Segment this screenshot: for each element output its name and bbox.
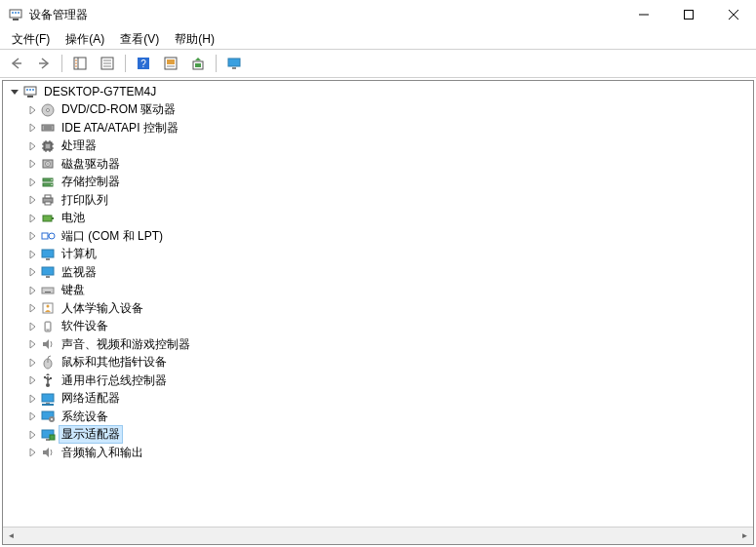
expander-icon[interactable] (24, 319, 40, 334)
forward-button[interactable] (31, 52, 57, 75)
tree-item[interactable]: 网络适配器 (3, 390, 753, 409)
svg-rect-86 (42, 394, 54, 402)
svg-point-4 (18, 12, 20, 14)
svg-point-55 (51, 184, 52, 185)
update-driver-button[interactable] (185, 52, 211, 75)
tree-item[interactable]: 音频输入和输出 (3, 444, 753, 462)
tree-item-label: 系统设备 (60, 409, 110, 425)
tree-item[interactable]: 软件设备 (3, 318, 753, 336)
menu-view[interactable]: 查看(V) (112, 29, 167, 50)
menu-action[interactable]: 操作(A) (58, 29, 112, 50)
expander-icon[interactable] (24, 445, 40, 460)
svg-rect-66 (42, 267, 54, 275)
expander-icon[interactable] (24, 427, 40, 443)
tree-item[interactable]: 电池 (3, 210, 753, 228)
expander-icon[interactable] (24, 283, 40, 298)
svg-point-35 (47, 108, 50, 111)
tree-item[interactable]: IDE ATA/ATAPI 控制器 (3, 119, 753, 137)
scroll-left-arrow[interactable]: ◄ (3, 527, 20, 544)
close-button[interactable] (711, 0, 756, 29)
tree-item-label: 处理器 (60, 137, 99, 154)
scan-hardware-button[interactable] (158, 52, 183, 75)
svg-point-31 (26, 89, 28, 91)
tree-item[interactable]: 通用串行总线控制器 (3, 371, 753, 390)
cpu-icon (40, 138, 56, 154)
tree-item-label: 显示适配器 (60, 426, 122, 443)
svg-rect-60 (52, 217, 54, 219)
expander-icon[interactable] (24, 391, 40, 407)
expander-icon[interactable] (24, 120, 40, 136)
device-tree[interactable]: DESKTOP-G7TEM4JDVD/CD-ROM 驱动器IDE ATA/ATA… (3, 81, 753, 464)
expander-icon[interactable] (24, 156, 40, 172)
svg-rect-57 (45, 195, 51, 198)
tree-item[interactable]: 声音、视频和游戏控制器 (3, 335, 753, 354)
tree-item[interactable]: 磁盘驱动器 (3, 155, 753, 174)
tree-root-label: DESKTOP-G7TEM4J (42, 85, 158, 98)
expander-icon[interactable] (24, 192, 40, 208)
tree-item-label: 人体学输入设备 (60, 300, 145, 317)
svg-rect-58 (45, 202, 51, 205)
expander-icon[interactable] (24, 175, 40, 190)
menu-help[interactable]: 帮助(H) (167, 29, 222, 50)
monitor-button[interactable] (221, 52, 247, 75)
tree-item[interactable]: 计算机 (3, 246, 753, 264)
svg-point-33 (32, 89, 34, 91)
svg-point-76 (47, 305, 50, 308)
expander-icon[interactable] (24, 336, 40, 352)
expander-icon[interactable] (24, 264, 40, 280)
expander-icon[interactable] (24, 228, 40, 244)
expander-icon[interactable] (24, 247, 40, 262)
svg-point-3 (15, 12, 17, 14)
svg-point-32 (29, 89, 31, 91)
horizontal-scrollbar[interactable]: ◄ ► (3, 527, 753, 544)
software-icon (40, 319, 56, 334)
svg-rect-6 (685, 11, 694, 20)
tree-item[interactable]: 人体学输入设备 (3, 299, 753, 318)
expander-icon[interactable] (24, 138, 40, 154)
display-icon (40, 427, 56, 443)
svg-rect-23 (167, 59, 175, 64)
expander-icon[interactable] (24, 211, 40, 226)
expander-icon[interactable] (24, 355, 40, 371)
tree-item[interactable]: 监视器 (3, 263, 753, 282)
tree-item-label: 打印队列 (60, 192, 110, 209)
expander-icon[interactable] (7, 84, 22, 99)
tree-root[interactable]: DESKTOP-G7TEM4J (3, 83, 753, 101)
tree-item[interactable]: 打印队列 (3, 191, 753, 210)
back-button[interactable] (4, 52, 29, 75)
tree-item[interactable]: DVD/CD-ROM 驱动器 (3, 101, 753, 120)
tree-item[interactable]: 处理器 (3, 137, 753, 156)
app-icon (8, 7, 23, 22)
system-icon (40, 409, 56, 424)
minimize-button[interactable] (621, 0, 666, 29)
maximize-button[interactable] (666, 0, 711, 29)
properties-button[interactable] (95, 52, 120, 75)
tree-item-label: 鼠标和其他指针设备 (60, 354, 169, 371)
toolbar-separator (61, 55, 62, 72)
help-button[interactable]: ? (131, 52, 156, 75)
tree-item[interactable]: 系统设备 (3, 408, 753, 426)
svg-rect-36 (42, 125, 54, 131)
expander-icon[interactable] (24, 409, 40, 424)
expander-icon[interactable] (24, 300, 40, 316)
svg-rect-28 (232, 67, 236, 69)
svg-point-84 (44, 376, 46, 378)
expander-icon[interactable] (24, 102, 40, 118)
scroll-right-arrow[interactable]: ► (736, 527, 753, 544)
menu-file[interactable]: 文件(F) (4, 29, 58, 50)
tree-item-label: 网络适配器 (60, 390, 122, 407)
svg-rect-59 (43, 215, 52, 221)
expander-icon[interactable] (24, 372, 40, 388)
tree-item[interactable]: 显示适配器 (3, 426, 753, 445)
tree-item-label: IDE ATA/ATAPI 控制器 (60, 120, 180, 137)
tree-item[interactable]: 端口 (COM 和 LPT) (3, 227, 753, 246)
tree-item[interactable]: 鼠标和其他指针设备 (3, 354, 753, 372)
network-icon (40, 391, 56, 407)
storage-icon (40, 175, 56, 190)
svg-point-2 (12, 12, 14, 14)
tree-item-label: 磁盘驱动器 (60, 156, 122, 173)
tree-item[interactable]: 键盘 (3, 282, 753, 300)
tree-item[interactable]: 存储控制器 (3, 174, 753, 192)
show-hide-tree-button[interactable] (67, 52, 93, 75)
mouse-icon (40, 355, 56, 371)
